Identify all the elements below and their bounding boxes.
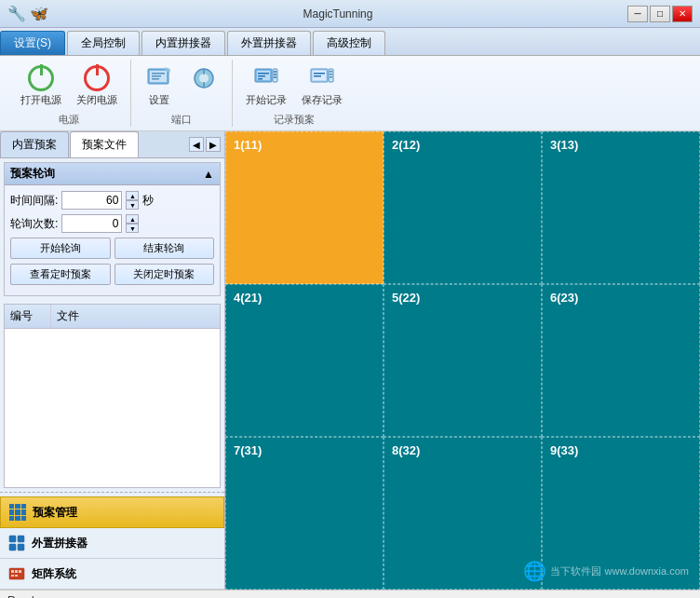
svg-rect-32 [15, 570, 18, 573]
record-group-label: 记录预案 [240, 113, 348, 127]
app-icon: 🔧 [7, 5, 26, 22]
grid-cell-1[interactable]: 1(11) [225, 131, 384, 284]
tab-builtin-preset[interactable]: 内置预案 [0, 131, 69, 157]
count-row: 轮询次数: ▲ ▼ [10, 214, 214, 233]
panel-next-btn[interactable]: ▶ [206, 137, 221, 152]
grid-cell-6[interactable]: 6(23) [542, 284, 700, 437]
svg-rect-33 [19, 570, 21, 573]
power-off-button[interactable]: 关闭电源 [71, 60, 123, 111]
toolbar-power-items: 打开电源 关闭电源 [15, 60, 123, 111]
toolbar: 打开电源 关闭电源 电源 [0, 56, 700, 131]
grid-cell-4[interactable]: 4(21) [225, 284, 384, 437]
interval-label: 时间间隔: [10, 193, 58, 209]
svg-rect-16 [274, 74, 276, 75]
external-splitter-label: 外置拼接器 [32, 536, 88, 551]
save-record-label: 保存记录 [302, 93, 343, 107]
svg-rect-20 [314, 73, 325, 75]
svg-rect-13 [258, 78, 262, 80]
count-input[interactable] [61, 214, 122, 233]
svg-rect-34 [11, 575, 14, 577]
close-schedule-btn[interactable]: 关闭定时预案 [114, 264, 215, 285]
svg-rect-28 [9, 544, 16, 550]
power-group-label: 电源 [15, 113, 123, 127]
end-rotation-btn[interactable]: 结束轮询 [114, 238, 215, 259]
svg-rect-29 [18, 544, 24, 550]
start-record-button[interactable]: 开始记录 [240, 60, 292, 111]
svg-rect-25 [330, 76, 332, 78]
tab-external-splitter[interactable]: 外置拼接器 [227, 31, 311, 55]
file-list-body [4, 329, 221, 488]
schedule-btns-row2: 查看定时预案 关闭定时预案 [10, 264, 214, 285]
sidebar-item-matrix[interactable]: 矩阵系统 [0, 559, 224, 590]
svg-rect-21 [314, 75, 321, 77]
svg-rect-31 [11, 570, 14, 573]
collapse-icon[interactable]: ▲ [203, 168, 214, 181]
port-group-label: 端口 [139, 113, 224, 127]
grid-cell-3[interactable]: 3(13) [542, 131, 700, 284]
grid-cell-7[interactable]: 7(31) [225, 437, 384, 590]
svg-rect-24 [330, 74, 332, 75]
save-record-button[interactable]: 保存记录 [296, 60, 348, 111]
svg-rect-35 [15, 575, 18, 577]
port-button[interactable] [183, 60, 224, 97]
panel-prev-btn[interactable]: ◀ [189, 137, 204, 152]
count-spin: ▲ ▼ [126, 214, 139, 233]
grid-cell-5[interactable]: 5(22) [384, 284, 542, 437]
tab-global[interactable]: 全局控制 [67, 31, 140, 55]
tab-settings[interactable]: 设置(S) [0, 31, 65, 55]
port-icon [189, 63, 219, 93]
schedule-btns-row1: 开始轮询 结束轮询 [10, 238, 214, 259]
maximize-button[interactable]: □ [650, 6, 670, 22]
interval-up-btn[interactable]: ▲ [126, 191, 139, 200]
count-up-btn[interactable]: ▲ [126, 214, 139, 224]
interval-row: 时间间隔: ▲ ▼ 秒 [10, 191, 214, 210]
close-button[interactable]: ✕ [672, 6, 693, 22]
svg-rect-15 [274, 71, 276, 73]
svg-rect-12 [258, 75, 265, 77]
grid-cell-2[interactable]: 2(12) [384, 131, 542, 284]
svg-rect-27 [18, 536, 24, 542]
panel-tabs: 内置预案 预案文件 ◀ ▶ [0, 131, 224, 158]
power-on-icon [26, 63, 56, 93]
window-title: MagicTunning [48, 7, 627, 20]
settings-button[interactable]: 设置 [139, 60, 180, 111]
count-label: 轮询次数: [10, 216, 58, 232]
svg-rect-26 [9, 536, 16, 542]
sidebar-item-preset-mgmt[interactable]: 预案管理 [0, 496, 224, 528]
status-bar: Ready [0, 590, 700, 598]
grid-cell-8[interactable]: 8(32) [384, 437, 542, 590]
schedule-section: 预案轮询 ▲ 时间间隔: ▲ ▼ 秒 轮询次数: ▲ ▼ [4, 162, 221, 296]
start-rotation-btn[interactable]: 开始轮询 [10, 238, 111, 259]
interval-down-btn[interactable]: ▼ [126, 200, 139, 210]
tab-preset-file[interactable]: 预案文件 [70, 131, 139, 157]
col-num: 编号 [5, 305, 51, 328]
svg-rect-23 [330, 71, 332, 73]
toolbar-port-items: 设置 [139, 60, 224, 111]
minimize-button[interactable]: ─ [627, 6, 648, 22]
toolbar-group-port: 设置 端口 [131, 60, 233, 127]
app-icon2: 🦋 [30, 5, 48, 22]
tab-advanced[interactable]: 高级控制 [313, 31, 385, 55]
svg-rect-17 [274, 76, 276, 78]
view-schedule-btn[interactable]: 查看定时预案 [10, 264, 111, 285]
svg-rect-11 [258, 73, 269, 75]
tab-builtin-splitter[interactable]: 内置拼接器 [141, 31, 225, 55]
count-down-btn[interactable]: ▼ [126, 224, 139, 233]
toolbar-record-items: 开始记录 保存记录 [240, 60, 348, 111]
svg-rect-3 [152, 75, 161, 77]
power-on-button[interactable]: 打开电源 [15, 60, 67, 111]
power-off-label: 关闭电源 [76, 93, 117, 107]
interval-input[interactable] [61, 191, 122, 210]
interval-spin: ▲ ▼ [126, 191, 139, 210]
watermark-area: 🌐 当下软件园 www.downxia.com [523, 560, 693, 582]
left-panel: 内置预案 预案文件 ◀ ▶ 预案轮询 ▲ 时间间隔: ▲ ▼ 秒 [0, 131, 225, 590]
menu-tabs: 设置(S) 全局控制 内置拼接器 外置拼接器 高级控制 [0, 28, 700, 56]
start-record-label: 开始记录 [246, 93, 287, 107]
toolbar-group-power: 打开电源 关闭电源 电源 [7, 60, 131, 127]
svg-rect-4 [152, 78, 159, 80]
power-off-icon [82, 63, 112, 93]
sidebar-item-external-splitter[interactable]: 外置拼接器 [0, 528, 224, 559]
main-content: 内置预案 预案文件 ◀ ▶ 预案轮询 ▲ 时间间隔: ▲ ▼ 秒 [0, 131, 700, 590]
schedule-title: 预案轮询 ▲ [5, 163, 220, 185]
title-bar-left: 🔧 🦋 [7, 5, 48, 22]
